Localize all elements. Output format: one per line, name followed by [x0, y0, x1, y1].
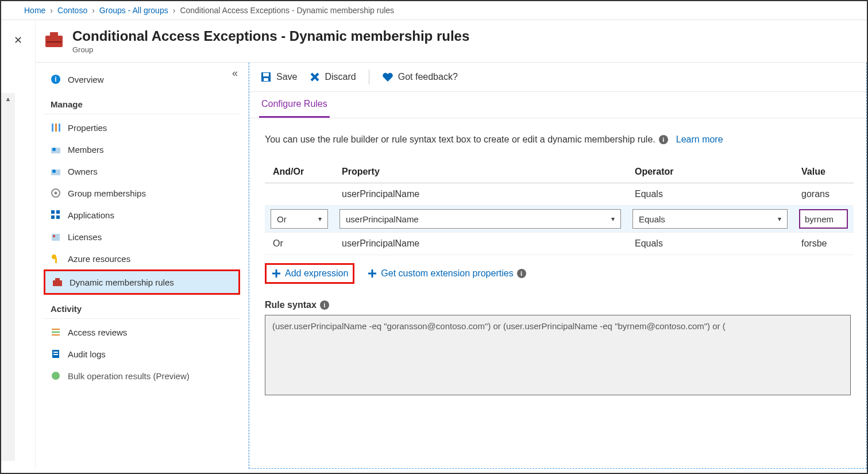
- svg-rect-7: [59, 124, 60, 132]
- value-text: byrnem: [805, 214, 834, 224]
- learn-more-link[interactable]: Learn more: [676, 134, 723, 145]
- cell-value: forsbe: [793, 233, 854, 255]
- cell-operator: Equals: [627, 183, 793, 206]
- operator-value: Equals: [639, 214, 665, 224]
- svg-rect-22: [53, 280, 62, 286]
- discard-icon: [310, 72, 320, 82]
- svg-point-9: [52, 148, 56, 151]
- save-label: Save: [276, 72, 297, 82]
- andor-dropdown[interactable]: Or ▾: [271, 209, 328, 229]
- members-icon: [49, 144, 62, 155]
- operator-dropdown[interactable]: Equals ▾: [632, 209, 788, 229]
- page-header: Conditional Access Exceptions - Dynamic …: [36, 20, 867, 63]
- apps-icon: [49, 209, 62, 221]
- cell-value: gorans: [793, 183, 854, 206]
- svg-point-19: [53, 235, 55, 237]
- page-subtitle: Group: [72, 45, 469, 54]
- svg-rect-10: [51, 169, 60, 175]
- feedback-button[interactable]: Got feedback?: [382, 72, 458, 82]
- detail-pane: Save Discard Got feedback? Co: [248, 63, 867, 469]
- info-icon[interactable]: i: [517, 269, 526, 278]
- svg-point-30: [52, 372, 60, 380]
- sidebar-item-label: Audit logs: [68, 349, 106, 359]
- svg-rect-33: [264, 78, 268, 81]
- breadcrumb-groups[interactable]: Groups - All groups: [99, 6, 168, 15]
- svg-rect-18: [52, 234, 60, 241]
- svg-rect-6: [55, 124, 57, 132]
- svg-rect-32: [263, 73, 269, 76]
- rule-syntax-textbox[interactable]: (user.userPrincipalName -eq "goransson@c…: [265, 315, 851, 395]
- collapse-sidebar-button[interactable]: «: [232, 67, 238, 79]
- rules-table: And/Or Property Operator Value userPrinc…: [265, 161, 854, 255]
- sidebar-item-group-memberships[interactable]: Group memberships: [44, 182, 240, 204]
- rule-row[interactable]: Or userPrincipalName Equals forsbe: [265, 233, 854, 255]
- sidebar-item-label: Members: [68, 145, 104, 155]
- sidebar-item-owners[interactable]: Owners: [44, 160, 240, 182]
- scroll-up-icon[interactable]: ▲: [1, 93, 15, 105]
- plus-icon: [271, 268, 281, 279]
- command-bar: Save Discard Got feedback?: [249, 63, 867, 92]
- sidebar-item-azure-resources[interactable]: Azure resources: [44, 248, 240, 269]
- chevron-down-icon: ▾: [611, 215, 615, 223]
- value-input[interactable]: byrnem: [799, 209, 848, 229]
- info-icon[interactable]: i: [659, 135, 668, 144]
- cell-andor: Or: [265, 233, 334, 255]
- svg-rect-5: [52, 124, 53, 132]
- discard-label: Discard: [325, 72, 356, 82]
- bulk-icon: [49, 370, 62, 381]
- breadcrumb-sep: ›: [92, 6, 95, 15]
- sidebar-item-members[interactable]: Members: [44, 138, 240, 160]
- breadcrumb-current: Conditional Access Exceptions - Dynamic …: [180, 6, 394, 15]
- tab-configure-rules[interactable]: Configure Rules: [259, 92, 330, 118]
- rule-row-active[interactable]: Or ▾ userPrincipalName ▾: [265, 206, 854, 233]
- sidebar-item-access-reviews[interactable]: Access reviews: [44, 321, 240, 343]
- svg-rect-8: [51, 148, 60, 153]
- svg-text:i: i: [55, 75, 56, 83]
- sidebar-item-audit-logs[interactable]: Audit logs: [44, 343, 240, 365]
- breadcrumb-tenant[interactable]: Contoso: [57, 6, 87, 15]
- close-blade-button[interactable]: ✕: [1, 34, 35, 47]
- svg-rect-2: [47, 41, 61, 43]
- property-dropdown[interactable]: userPrincipalName ▾: [340, 209, 621, 229]
- tabs: Configure Rules: [249, 92, 867, 118]
- add-expression-button[interactable]: Add expression: [265, 263, 354, 284]
- chevron-down-icon: ▾: [318, 215, 322, 223]
- col-property: Property: [334, 161, 627, 183]
- sidebar-item-label: Dynamic membership rules: [70, 278, 174, 287]
- svg-rect-1: [50, 32, 58, 37]
- cell-property: userPrincipalName: [334, 183, 627, 206]
- svg-rect-29: [53, 354, 58, 355]
- chevron-down-icon: ▾: [778, 215, 781, 223]
- save-button[interactable]: Save: [260, 71, 297, 83]
- sidebar-item-overview[interactable]: i Overview: [44, 68, 240, 90]
- svg-rect-16: [51, 215, 55, 219]
- sidebar-item-label: Access reviews: [68, 327, 127, 337]
- col-andor: And/Or: [265, 161, 334, 183]
- sidebar-item-dynamic-membership-rules[interactable]: Dynamic membership rules: [44, 269, 240, 295]
- sidebar-item-label: Owners: [68, 167, 98, 176]
- sidebar-item-label: Licenses: [68, 232, 102, 242]
- sidebar-item-label: Overview: [68, 75, 104, 84]
- info-icon: i: [49, 74, 62, 85]
- rule-syntax-label: Rule syntax i: [265, 300, 867, 310]
- property-value: userPrincipalName: [346, 214, 419, 224]
- sidebar-item-bulk-operations[interactable]: Bulk operation results (Preview): [44, 365, 240, 387]
- sidebar-item-properties[interactable]: Properties: [44, 117, 240, 138]
- owners-icon: [49, 165, 62, 177]
- rule-row[interactable]: userPrincipalName Equals gorans: [265, 183, 854, 206]
- sidebar-section-manage: Manage: [44, 90, 240, 114]
- svg-rect-15: [56, 210, 60, 214]
- svg-rect-14: [51, 210, 55, 214]
- cell-property: userPrincipalName: [334, 233, 627, 255]
- discard-button[interactable]: Discard: [310, 72, 356, 82]
- sidebar-item-applications[interactable]: Applications: [44, 204, 240, 226]
- checklist-icon: [49, 326, 62, 338]
- sliders-icon: [49, 122, 62, 133]
- get-custom-properties-button[interactable]: Get custom extension properties i: [362, 265, 530, 282]
- sidebar-item-licenses[interactable]: Licenses: [44, 226, 240, 248]
- breadcrumb-home[interactable]: Home: [24, 6, 45, 15]
- logs-icon: [49, 348, 62, 360]
- cell-andor: [265, 183, 334, 206]
- scrollbar[interactable]: ▲: [1, 93, 15, 461]
- info-icon[interactable]: i: [320, 300, 329, 310]
